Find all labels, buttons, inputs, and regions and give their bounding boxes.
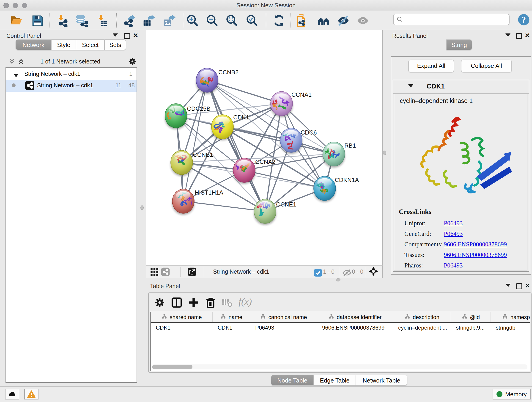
network-canvas[interactable]: CCNB2CCNA1CDC25BCDK1CDC6RB1CCNB1CCNA2CDK… <box>146 30 383 265</box>
zoom-fit-button[interactable] <box>225 14 238 27</box>
help-button[interactable]: ? <box>517 13 530 26</box>
create-column-button[interactable] <box>188 297 200 308</box>
edge-HIST1H1A-CCNE1[interactable] <box>183 201 265 211</box>
results-panel-maximize-button[interactable] <box>516 33 523 40</box>
export-network-button[interactable] <box>123 14 136 27</box>
column-header-database-identifier[interactable]: database identifier <box>317 312 393 322</box>
export-image-button[interactable] <box>163 14 176 27</box>
results-panel-close-button[interactable]: ✕ <box>525 32 532 39</box>
first-neighbors-button[interactable] <box>317 14 330 27</box>
table-panel-close-button[interactable]: ✕ <box>525 283 532 290</box>
column-header-description[interactable]: description <box>393 312 451 322</box>
node-CCNA1[interactable] <box>268 91 293 117</box>
table-row[interactable]: CDK1CDK1P064939606.ENSP00000378699cyclin… <box>151 323 530 333</box>
table-cell[interactable]: 9606.ENSP00000378699 <box>317 323 393 333</box>
node-CDC25B[interactable] <box>165 104 188 129</box>
birds-eye-view-button[interactable] <box>150 267 159 276</box>
column-header-canonical-name[interactable]: canonical name <box>250 312 317 322</box>
network-options-gear-button[interactable] <box>128 57 137 66</box>
edge-CCNB2-CCNA1[interactable] <box>207 80 282 104</box>
node-CDC6[interactable] <box>277 128 302 154</box>
table-options-gear-button[interactable] <box>154 297 166 308</box>
node-collapse-caret-icon[interactable] <box>408 84 413 89</box>
results-tab-string[interactable]: String <box>446 39 472 50</box>
zoom-out-button[interactable] <box>206 14 219 27</box>
crosslink-link[interactable]: 9606.ENSP00000378699 <box>444 241 507 248</box>
crosslink-link[interactable]: 9606.ENSP00000378699 <box>444 251 507 259</box>
network-share-view-button[interactable] <box>161 267 170 276</box>
save-session-button[interactable] <box>31 14 44 27</box>
control-panel-close-button[interactable]: ✕ <box>133 32 140 39</box>
node-CCNA2[interactable] <box>233 158 255 184</box>
import-network-from-database-button[interactable] <box>75 14 88 27</box>
node-CCNB2[interactable] <box>196 68 218 94</box>
selected-checkbox-icon[interactable] <box>313 268 321 275</box>
table-cell[interactable]: CDK1 <box>151 323 213 333</box>
results-panel-float-button[interactable] <box>505 33 512 40</box>
plus-icon <box>188 297 200 308</box>
table-cell[interactable]: stringdb <box>491 323 530 333</box>
import-table-button[interactable] <box>95 14 108 27</box>
network-collection-row[interactable]: String Network – cdk1 1 <box>6 69 137 80</box>
table-cell[interactable]: CDK1 <box>213 323 250 333</box>
tab-edge-table[interactable]: Edge Table <box>314 375 356 385</box>
node-HIST1H1A[interactable] <box>172 189 194 215</box>
table-cell[interactable]: P06493 <box>250 323 317 333</box>
horizontal-splitter-handle[interactable] <box>336 278 341 281</box>
delete-column-button[interactable] <box>205 297 216 308</box>
tab-select[interactable]: Select <box>76 39 104 50</box>
table-panel-title: Table Panel <box>150 283 180 289</box>
memory-status-button[interactable]: Memory <box>493 389 531 400</box>
tab-node-table[interactable]: Node Table <box>271 375 314 385</box>
clone-network-button[interactable] <box>296 14 308 27</box>
crosslink-link[interactable]: P06493 <box>444 220 463 227</box>
tree-expand-caret-icon[interactable] <box>14 72 18 79</box>
column-header-namespace[interactable]: namespace <box>491 312 530 322</box>
network-graph[interactable]: CCNB2CCNA1CDC25BCDK1CDC6RB1CCNB1CCNA2CDK… <box>146 30 382 265</box>
warning-status-button[interactable] <box>24 389 38 400</box>
column-header-name[interactable]: name <box>213 312 250 322</box>
control-panel-maximize-button[interactable] <box>124 33 131 40</box>
cloud-status-button[interactable] <box>5 389 19 400</box>
tab-network[interactable]: Network <box>16 39 51 50</box>
table-cell[interactable]: cyclin–dependent ... <box>393 323 451 333</box>
table-cell[interactable]: stringdb:9... <box>451 323 491 333</box>
crosslink-link[interactable]: P06493 <box>444 262 463 269</box>
show-column-button[interactable] <box>171 297 183 308</box>
import-network-button[interactable] <box>56 14 68 27</box>
expand-all-button[interactable]: Expand All <box>408 60 454 72</box>
node-CCNB1[interactable] <box>171 150 193 176</box>
table-panel-float-button[interactable] <box>506 284 513 291</box>
tab-network-table[interactable]: Network Table <box>356 375 407 385</box>
network-row-selected[interactable]: String Network – cdk1 11 48 <box>6 80 137 92</box>
zoom-in-button[interactable] <box>186 14 199 27</box>
export-table-button[interactable] <box>143 14 155 27</box>
table-panel-maximize-button[interactable] <box>516 283 523 290</box>
collapse-all-button[interactable]: Collapse All <box>461 60 512 72</box>
edge-CCNA2-CDKN1A[interactable] <box>244 170 325 188</box>
horizontal-scrollbar-thumb[interactable] <box>152 365 192 369</box>
protein-structure-image <box>404 109 518 201</box>
node-CCNE1[interactable] <box>254 199 276 225</box>
tab-sets[interactable]: Sets <box>104 39 126 50</box>
fit-content-button[interactable] <box>369 267 379 277</box>
open-file-button[interactable] <box>10 14 23 27</box>
node-result-header[interactable]: CDK1 <box>393 80 529 94</box>
search-input[interactable] <box>405 16 509 23</box>
left-splitter-handle[interactable] <box>140 205 144 210</box>
node-CDK1[interactable] <box>211 115 234 140</box>
apply-layout-button[interactable] <box>273 14 285 27</box>
show-all-button[interactable] <box>356 14 369 27</box>
edge-CCNB2-HIST1H1A[interactable] <box>183 80 207 201</box>
crosslink-link[interactable]: P06493 <box>444 230 463 237</box>
right-splitter-handle[interactable] <box>383 151 386 155</box>
node-CDKN1A[interactable] <box>314 176 336 202</box>
column-header-shared-name[interactable]: shared name <box>151 312 213 322</box>
node-RB1[interactable] <box>323 142 345 167</box>
column-header-@id[interactable]: @id <box>451 312 491 322</box>
eye-slash-icon <box>337 14 350 27</box>
open-view-in-window-button[interactable] <box>187 267 196 276</box>
hide-selected-button[interactable] <box>337 14 350 27</box>
zoom-selected-button[interactable] <box>246 14 259 27</box>
tab-style[interactable]: Style <box>51 39 76 50</box>
